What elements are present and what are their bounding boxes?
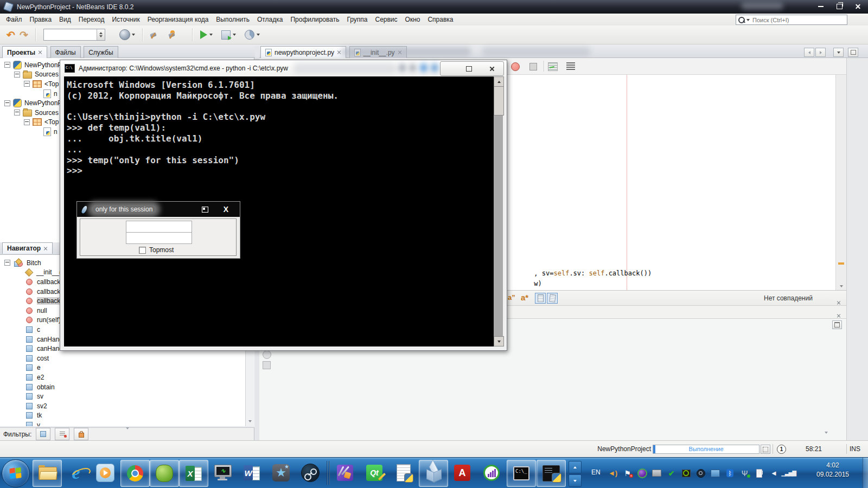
stop-button[interactable] [529,63,537,70]
background-process-button[interactable] [761,445,770,454]
cmd-close-button[interactable] [489,66,495,72]
collapse-toggle[interactable] [4,260,10,266]
tray-clock[interactable]: 4:02 09.02.2015 [803,461,863,479]
collapse-toggle[interactable] [14,72,20,78]
menu-window[interactable]: Окно [401,14,424,25]
record-button[interactable] [511,62,520,71]
configuration-combobox[interactable] [43,29,105,41]
tray-nvidia-icon[interactable] [681,468,691,478]
menu-source[interactable]: Источник [108,14,143,25]
collapse-chevron-icon[interactable] [126,427,129,429]
tray-signal-icon[interactable]: ▁▃▅▇ [783,468,794,478]
topmost-checkbox[interactable] [139,247,146,254]
profile-project-button[interactable] [245,30,254,40]
scroll-tabs-right-button[interactable] [815,48,826,57]
start-button[interactable] [2,459,30,487]
tree-row[interactable]: sv [0,391,254,401]
scroll-chevron-icon[interactable] [825,432,828,434]
close-search-icon[interactable] [837,301,841,305]
search-input[interactable] [751,16,845,24]
tk-window[interactable]: only for this session X Topmost [76,201,240,259]
console-scrollbar[interactable] [494,76,503,346]
tk-close-button[interactable]: X [224,206,228,213]
tray-orb-icon[interactable] [637,468,647,478]
cmd-titlebar[interactable]: C:\ Администратор: C:\Windows\system32\c… [60,60,507,76]
menu-debug[interactable]: Отладка [253,14,286,25]
tree-row[interactable]: tk [0,411,254,421]
clean-build-button[interactable] [169,30,185,39]
cmd-restore-button[interactable] [466,66,472,72]
chevron-down-icon[interactable] [257,34,260,36]
regex-icon[interactable]: a* [521,293,528,302]
menu-view[interactable]: Вид [55,14,75,25]
filter-fields-button[interactable] [36,428,50,440]
tab-newpythonproject[interactable]: newpythonproject.py [260,46,346,58]
tree-row[interactable]: e [0,363,254,373]
taskbar-adobe-reader-button[interactable]: A [448,460,476,486]
tray-volume2-icon[interactable]: ◄ [769,468,779,478]
taskbar-word-button[interactable]: W [238,460,266,486]
tree-row[interactable]: e2 [0,373,254,382]
progress-bar[interactable]: Выполнение [653,445,760,454]
scroll-down-button[interactable] [494,336,504,346]
tray-usb-icon[interactable]: Ψ [739,468,750,478]
undo-button[interactable]: ↶ [7,30,15,40]
tab-projects[interactable]: Проекты [2,46,47,58]
error-stripe[interactable] [835,75,846,290]
taskbar-netbeans-button[interactable] [419,460,448,487]
scroll-down-button[interactable] [569,474,582,487]
collapse-toggle[interactable] [14,110,20,115]
menu-tools[interactable]: Сервис [371,14,401,25]
cmd-console[interactable]: Microsoft Windows [Version 6.1.7601] (c)… [64,76,503,346]
taskbar-star-app-button[interactable]: ★ ★ [267,460,295,486]
tk-maximize-button[interactable] [202,207,208,213]
taskbar-explorer-button[interactable] [33,460,62,487]
taskbar-python-doc-button[interactable] [390,460,418,486]
menu-profile[interactable]: Профилировать [286,14,343,25]
taskbar-green-app-button[interactable] [150,460,179,487]
live-results-button[interactable] [548,62,558,71]
filter-sort-button[interactable] [55,428,69,440]
collapse-toggle[interactable] [4,62,10,68]
menu-navigate[interactable]: Переход [75,14,108,25]
taskbar-steam-button[interactable] [296,460,324,486]
close-icon[interactable] [43,246,48,251]
search-selection-button[interactable] [535,293,546,304]
taskbar-purple-app-button[interactable] [331,460,359,486]
scroll-tabs-left-button[interactable] [804,48,814,57]
restore-button[interactable] [831,2,847,11]
menu-refactor[interactable]: Реорганизация кода [144,14,213,25]
tree-row[interactable]: obtain [0,382,254,392]
maximize-editor-button[interactable] [848,48,858,57]
combo-spinner[interactable] [97,29,105,40]
menu-run[interactable]: Выполнить [212,14,253,25]
taskbar-stats-app-button[interactable] [477,460,506,486]
menu-edit[interactable]: Правка [26,14,56,25]
tree-row[interactable]: cost [0,354,254,363]
taskbar-excel-button[interactable]: X [179,460,208,487]
scroll-up-button[interactable] [494,76,504,87]
tray-network-pc-icon[interactable] [710,468,720,478]
tray-update-check-icon[interactable]: ✔ [666,468,676,478]
rerun-button[interactable] [263,350,271,359]
collapse-toggle[interactable] [24,119,30,125]
tray-power-icon[interactable] [754,468,764,478]
cmd-window[interactable]: C:\ Администратор: C:\Windows\system32\c… [60,60,507,351]
tree-row[interactable]: sv2 [0,401,254,411]
close-icon[interactable] [38,50,42,55]
filter-visibility-button[interactable] [74,428,88,440]
menu-team[interactable]: Группа [343,14,371,25]
menu-file[interactable]: Файл [2,14,26,25]
match-case-icon[interactable]: a” [508,293,515,301]
redo-button[interactable]: ↷ [20,30,28,40]
tab-navigator[interactable]: Навигатор [2,242,53,254]
taskbar-ie-button[interactable]: e [62,460,90,486]
taskbar-monitor-app-button[interactable]: ∿ [208,460,237,486]
tray-steam-icon[interactable] [695,468,706,478]
chevron-down-icon[interactable] [233,34,236,36]
scroll-up-button[interactable] [569,461,582,473]
minimize-button[interactable] [813,2,829,11]
search-wrap-button[interactable] [547,293,558,304]
tree-row[interactable]: v [0,420,254,426]
chevron-down-icon[interactable] [209,34,213,36]
